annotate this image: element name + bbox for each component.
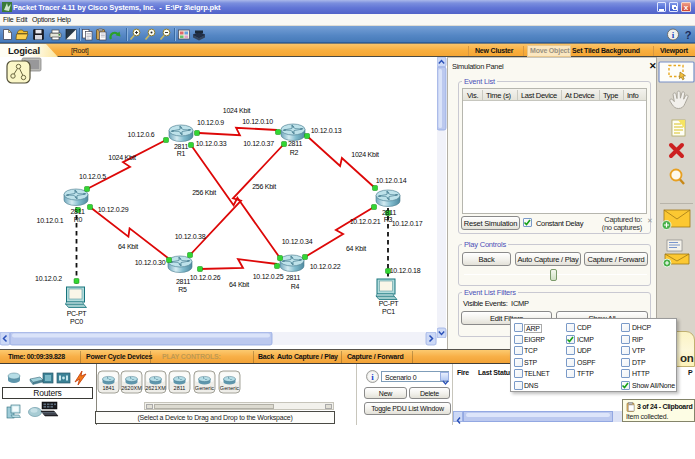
svg-text:10.12.0.34: 10.12.0.34 <box>282 238 313 245</box>
svg-text:2620XM: 2620XM <box>121 385 142 391</box>
svg-text:1024 Kbit: 1024 Kbit <box>108 154 136 161</box>
svg-text:1024 Kbit: 1024 Kbit <box>223 107 251 114</box>
svg-text:1841: 1841 <box>102 385 114 391</box>
svg-text:64 Kbit: 64 Kbit <box>118 243 138 250</box>
svg-text:2811: 2811 <box>176 278 190 285</box>
svg-text:10.12.0.26: 10.12.0.26 <box>190 274 221 281</box>
svg-text:64 Kbit: 64 Kbit <box>229 281 249 288</box>
svg-text:10.12.0.13: 10.12.0.13 <box>311 127 342 134</box>
svg-text:10.12.0.6: 10.12.0.6 <box>128 131 155 138</box>
svg-text:10.12.0.37: 10.12.0.37 <box>243 140 274 147</box>
svg-text:10.12.0.1: 10.12.0.1 <box>37 217 64 224</box>
svg-text:R5: R5 <box>178 286 187 293</box>
svg-text:10.12.0.5: 10.12.0.5 <box>79 173 106 180</box>
svg-text:PC-PT: PC-PT <box>379 300 400 307</box>
svg-text:1024 Kbit: 1024 Kbit <box>351 151 379 158</box>
svg-text:10.12.0.2: 10.12.0.2 <box>35 275 62 282</box>
svg-text:PC1: PC1 <box>382 308 395 315</box>
svg-text:2811: 2811 <box>382 209 396 216</box>
svg-text:64 Kbit: 64 Kbit <box>346 245 366 252</box>
svg-text:10.12.0.21: 10.12.0.21 <box>350 218 381 225</box>
svg-text:2811: 2811 <box>288 140 302 147</box>
svg-text:R0: R0 <box>74 216 83 223</box>
svg-text:2811: 2811 <box>286 274 300 281</box>
svg-text:10.12.0.29: 10.12.0.29 <box>98 206 129 213</box>
svg-text:R3: R3 <box>384 216 393 223</box>
svg-text:256 Kbit: 256 Kbit <box>252 183 276 190</box>
svg-text:PC0: PC0 <box>70 318 83 325</box>
svg-text:2811: 2811 <box>70 208 84 215</box>
svg-text:256 Kbit: 256 Kbit <box>192 189 216 196</box>
svg-text:10.12.0.38: 10.12.0.38 <box>175 233 206 240</box>
svg-text:10.12.0.33: 10.12.0.33 <box>196 140 227 147</box>
svg-text:Generic: Generic <box>220 385 240 391</box>
svg-text:Generic: Generic <box>195 385 215 391</box>
svg-text:10.12.0.22: 10.12.0.22 <box>310 263 341 270</box>
svg-text:10.12.0.25: 10.12.0.25 <box>253 273 284 280</box>
svg-text:10.12.0.18: 10.12.0.18 <box>390 267 421 274</box>
svg-text:10.12.0.9: 10.12.0.9 <box>197 119 224 126</box>
svg-text:?: ? <box>685 29 692 41</box>
svg-text:10.12.0.10: 10.12.0.10 <box>242 118 273 125</box>
svg-text:10.12.0.30: 10.12.0.30 <box>135 259 166 266</box>
svg-text:R2: R2 <box>290 149 299 156</box>
svg-text:R4: R4 <box>291 283 300 290</box>
svg-text:2811: 2811 <box>174 143 188 150</box>
svg-text:R1: R1 <box>177 150 186 157</box>
svg-text:10.12.0.17: 10.12.0.17 <box>392 220 423 227</box>
svg-text:2811: 2811 <box>174 385 186 391</box>
svg-text:2621XM: 2621XM <box>145 385 166 391</box>
svg-text:PC-PT: PC-PT <box>67 310 88 317</box>
svg-text:10.12.0.14: 10.12.0.14 <box>376 177 407 184</box>
